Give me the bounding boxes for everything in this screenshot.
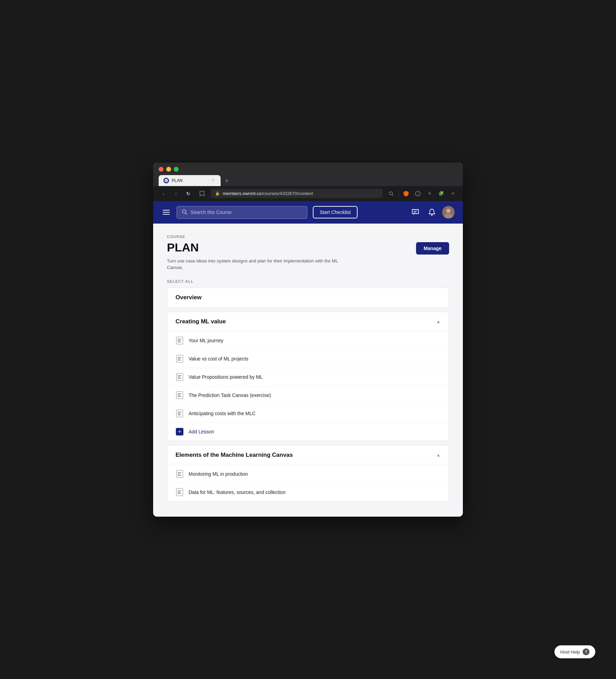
hamburger-line-1 [163, 210, 170, 211]
search-icon [182, 209, 187, 216]
lesson-title: Data for ML: features, sources, and coll… [189, 489, 286, 495]
lesson-item[interactable]: Your ML journey [167, 332, 449, 350]
hamburger-line-3 [163, 214, 170, 215]
url-bar[interactable]: 🔒 members.ownml.co/courses/4332670/conte… [211, 189, 383, 198]
lock-icon: 🔒 [215, 191, 220, 196]
nav-buttons: ‹ › ↻ [159, 189, 193, 198]
add-lesson-icon: + [176, 428, 184, 436]
traffic-lights [159, 167, 457, 172]
svg-line-7 [185, 213, 187, 214]
course-header: PLAN Turn use case ideas into system des… [167, 241, 449, 271]
hamburger-menu-button[interactable] [161, 208, 171, 216]
svg-point-11 [446, 209, 450, 213]
start-checklist-button[interactable]: Start Checklist [313, 206, 358, 218]
forward-button[interactable]: › [171, 189, 181, 198]
select-all-label: SELECT ALL [167, 279, 449, 283]
url-text: members.ownml.co/courses/4332670/content [223, 191, 313, 196]
svg-text:i: i [417, 192, 418, 196]
traffic-light-red[interactable] [159, 167, 163, 172]
host-help-label: Host Help [560, 649, 580, 655]
brave-shield-icon[interactable] [402, 189, 411, 198]
tab-favicon: O [163, 178, 169, 183]
bell-icon-button[interactable] [426, 206, 438, 218]
traffic-light-green[interactable] [174, 167, 179, 172]
doc-icon [176, 355, 184, 363]
course-search-bar[interactable]: Search this Course [177, 206, 307, 219]
back-button[interactable]: ‹ [159, 189, 168, 198]
page-content: COURSE PLAN Turn use case ideas into sys… [153, 224, 463, 517]
user-avatar[interactable] [442, 206, 455, 218]
svg-rect-9 [414, 212, 416, 213]
lesson-title: Your ML journey [189, 338, 223, 343]
tab-bar: O PLAN ✕ + [159, 175, 457, 186]
svg-rect-8 [414, 211, 417, 212]
tab-title: PLAN [172, 178, 208, 183]
lesson-title: Monitoring ML in production [189, 471, 248, 477]
course-description: Turn use case ideas into system designs … [167, 258, 346, 271]
creating-ml-value-body: Your ML journey Value vs cost of ML proj… [167, 331, 449, 441]
add-lesson-title: Add Lesson [189, 429, 214, 434]
overview-section: Overview [167, 288, 449, 308]
reload-button[interactable]: ↻ [183, 189, 193, 198]
creating-ml-value-title: Creating ML value [176, 318, 226, 325]
elements-ml-canvas-title: Elements of the Machine Learning Canvas [176, 452, 293, 459]
lesson-item[interactable]: Anticipating costs with the MLC [167, 405, 449, 423]
overview-section-title: Overview [176, 294, 202, 301]
browser-window: O PLAN ✕ + ‹ › ↻ 🔒 members.ownml.co/cour… [153, 163, 463, 517]
elements-ml-canvas-header[interactable]: Elements of the Machine Learning Canvas … [167, 445, 449, 465]
elements-ml-canvas-body: Monitoring ML in production Data for ML:… [167, 465, 449, 501]
manage-button[interactable]: Manage [416, 242, 449, 255]
search-address-icon[interactable] [387, 189, 396, 198]
hamburger-line-2 [163, 212, 170, 213]
course-info: PLAN Turn use case ideas into system des… [167, 241, 346, 271]
elements-ml-canvas-section: Elements of the Machine Learning Canvas … [167, 445, 449, 502]
bookmark-button[interactable] [197, 189, 207, 198]
host-help-button[interactable]: Host Help ? [554, 645, 595, 658]
help-circle-icon: ? [583, 648, 590, 655]
extensions-icon[interactable]: 🧩 [437, 189, 446, 198]
header-icons [409, 206, 455, 218]
add-lesson-item[interactable]: + Add Lesson [167, 423, 449, 441]
doc-icon [176, 470, 184, 478]
svg-text:O: O [165, 180, 167, 182]
creating-ml-value-header[interactable]: Creating ML value ▲ [167, 312, 449, 331]
sparkle-icon[interactable]: ✳ [425, 189, 434, 198]
browser-chrome: O PLAN ✕ + [153, 163, 463, 186]
overview-section-header[interactable]: Overview [167, 288, 449, 307]
lesson-title: The Prediction Task Canvas (exercise) [189, 392, 271, 398]
lesson-item[interactable]: Monitoring ML in production [167, 465, 449, 483]
app-header: Search this Course Start Checklist [153, 201, 463, 224]
chat-icon-button[interactable] [409, 206, 422, 218]
creating-ml-value-section: Creating ML value ▲ Your ML journey [167, 312, 449, 441]
lesson-title: Value vs cost of ML projects [189, 356, 248, 362]
search-placeholder-text: Search this Course [191, 209, 232, 215]
menu-icon[interactable]: ≡ [448, 189, 457, 198]
doc-icon [176, 391, 184, 399]
lesson-item[interactable]: The Prediction Task Canvas (exercise) [167, 386, 449, 405]
svg-line-3 [392, 194, 394, 196]
address-bar: ‹ › ↻ 🔒 members.ownml.co/courses/4332670… [153, 186, 463, 201]
lesson-item[interactable]: Data for ML: features, sources, and coll… [167, 483, 449, 501]
creating-ml-value-chevron-icon: ▲ [436, 319, 440, 324]
address-actions: i ✳ 🧩 ≡ [387, 189, 457, 198]
doc-icon [176, 336, 184, 345]
doc-icon [176, 373, 184, 381]
info-icon[interactable]: i [413, 189, 422, 198]
course-label: COURSE [167, 235, 449, 239]
doc-icon [176, 409, 184, 418]
active-tab[interactable]: O PLAN ✕ [159, 175, 221, 186]
course-title: PLAN [167, 241, 346, 254]
app-content: Search this Course Start Checklist [153, 201, 463, 517]
divider [399, 190, 399, 197]
doc-icon [176, 488, 184, 496]
traffic-light-yellow[interactable] [166, 167, 171, 172]
elements-ml-canvas-chevron-icon: ▲ [436, 453, 440, 457]
lesson-title: Value Propositions powered by ML [189, 374, 263, 380]
new-tab-button[interactable]: + [222, 176, 232, 186]
tab-close-button[interactable]: ✕ [210, 178, 216, 183]
lesson-item[interactable]: Value Propositions powered by ML [167, 368, 449, 386]
lesson-title: Anticipating costs with the MLC [189, 411, 256, 416]
lesson-item[interactable]: Value vs cost of ML projects [167, 350, 449, 368]
